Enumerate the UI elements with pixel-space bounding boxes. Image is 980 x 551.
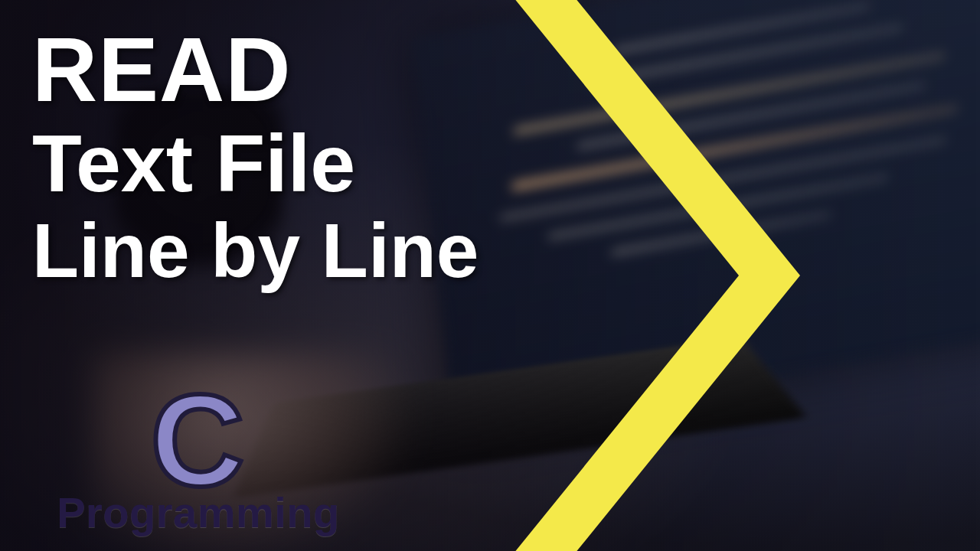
c-programming-logo: C Programming	[34, 385, 363, 538]
headline-line-2: Text File	[32, 121, 479, 206]
headline: READ Text File Line by Line	[32, 23, 479, 291]
thumbnail-stage: READ Text File Line by Line C Programmin…	[0, 0, 980, 551]
logo-letter-c: C	[34, 385, 363, 496]
headline-line-3: Line by Line	[32, 210, 479, 291]
headline-line-1: READ	[32, 23, 479, 118]
logo-word-programming: Programming	[34, 487, 363, 537]
